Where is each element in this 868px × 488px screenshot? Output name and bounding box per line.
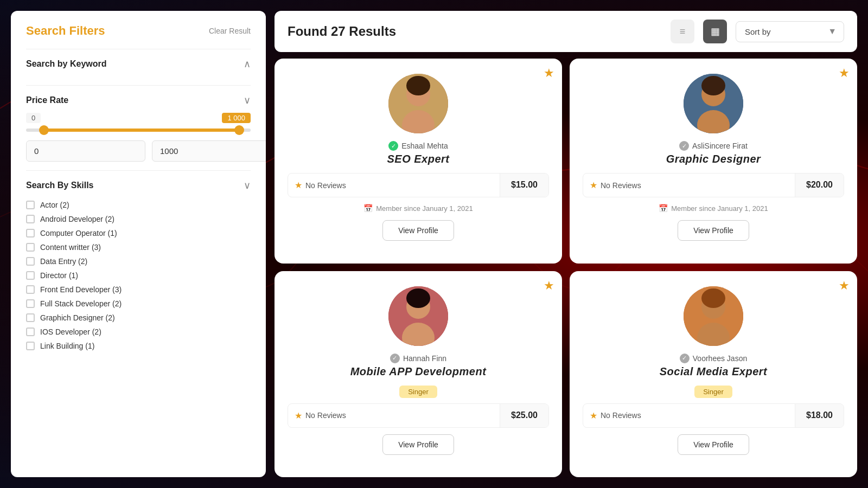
price-labels: 0 1 000 [26,113,251,123]
reviews-star-icon: ★ [590,410,597,421]
view-profile-button[interactable]: View Profile [382,434,454,455]
skill-item: IOS Developer (2) [26,325,251,339]
skill-checkbox[interactable] [26,201,35,209]
calendar-icon: 📅 [659,204,668,213]
card-profession-title: Social Media Expert [660,365,767,378]
verified-icon: ✓ [388,141,398,151]
svg-point-3 [406,76,430,95]
skill-item: Full Stack Developer (2) [26,297,251,311]
skill-checkbox[interactable] [26,285,35,294]
card-freelancer-name: Hannah Finn [403,354,446,363]
price-max-label: 1 000 [222,113,251,123]
sidebar-title: Search Filters [26,24,105,38]
card-favorite-star[interactable]: ★ [544,66,554,80]
view-profile-button[interactable]: View Profile [382,220,454,241]
card-verified-name: ✓ Eshaal Mehta [388,141,448,151]
price-range-thumb-right[interactable] [234,125,244,135]
stat-price: $15.00 [500,174,548,197]
skills-list: Actor (2) Android Developer (2) Computer… [26,198,251,353]
skill-item: Content writter (3) [26,240,251,254]
keyword-label: Search by Keyword [26,59,107,69]
card-verified-name: ✓ AsliSincere Firat [679,141,748,151]
skills-section-header[interactable]: Search By Skills ∨ [26,179,251,191]
skill-item: Link Building (1) [26,339,251,353]
skill-checkbox[interactable] [26,215,35,223]
skill-checkbox[interactable] [26,229,35,237]
freelancer-card: ★ ✓ AsliSincere Firat Graphic Designer ★… [570,59,857,264]
results-count: Found 27 Results [288,24,662,39]
skills-section: Search By Skills ∨ Actor (2) Android Dev… [26,170,251,362]
card-freelancer-name: AsliSincere Firat [692,142,748,150]
price-label: Price Rate [26,95,68,105]
price-max-input[interactable] [152,140,266,162]
skill-item: Graphich Designer (2) [26,311,251,325]
stat-reviews: ★ No Reviews [288,174,500,197]
card-stats: ★ No Reviews $20.00 [583,173,844,197]
skill-name: Director (1) [40,271,78,280]
skills-chevron-down: ∨ [244,179,251,191]
card-freelancer-name: Eshaal Mehta [401,142,448,150]
skill-name: Actor (2) [40,201,69,209]
skill-name: Link Building (1) [40,342,94,350]
cards-grid: ★ ✓ Eshaal Mehta SEO Expert ★ No Reviews… [275,59,857,477]
skill-name: Android Developer (2) [40,215,114,223]
skills-label: Search By Skills [26,181,94,190]
card-stats: ★ No Reviews $18.00 [583,403,844,428]
price-section-header[interactable]: Price Rate ∨ [26,94,251,106]
card-favorite-star[interactable]: ★ [839,66,850,80]
reviews-label: No Reviews [305,411,346,420]
card-avatar [388,74,448,133]
skill-name: Full Stack Developer (2) [40,299,122,308]
reviews-star-icon: ★ [295,180,302,190]
skill-checkbox[interactable] [26,328,35,336]
svg-point-7 [701,76,725,95]
skill-name: Computer Operator (1) [40,229,117,237]
reviews-star-icon: ★ [590,180,597,190]
card-freelancer-name: Voorhees Jason [693,354,747,363]
card-favorite-star[interactable]: ★ [839,279,850,293]
svg-point-11 [406,288,430,308]
price-range-fill [44,129,239,132]
reviews-label: No Reviews [601,181,641,190]
card-favorite-star[interactable]: ★ [544,279,554,293]
freelancer-card: ★ ✓ Voorhees Jason Social Media Expert S… [570,271,857,478]
card-member-since: 📅 Member since January 1, 2021 [659,204,768,213]
page-layout: Search Filters Clear Result Search by Ke… [0,0,868,488]
reviews-label: No Reviews [601,411,641,420]
card-verified-name: ✓ Voorhees Jason [680,354,747,363]
skill-checkbox[interactable] [26,243,35,252]
price-min-input[interactable] [26,140,145,162]
member-since-text: Member since January 1, 2021 [671,204,768,213]
skill-item: Computer Operator (1) [26,226,251,240]
view-profile-button[interactable]: View Profile [678,220,749,241]
skill-item: Android Developer (2) [26,212,251,226]
card-stats: ★ No Reviews $25.00 [288,403,549,428]
skill-checkbox[interactable] [26,257,35,266]
sidebar-header: Search Filters Clear Result [26,24,251,38]
list-view-button[interactable]: ≡ [671,20,694,43]
sidebar: Search Filters Clear Result Search by Ke… [11,11,266,477]
card-verified-name: ✓ Hannah Finn [390,354,446,363]
skill-checkbox[interactable] [26,299,35,308]
price-range-track [26,129,251,132]
clear-result-link[interactable]: Clear Result [209,27,251,35]
skill-name: IOS Developer (2) [40,328,101,336]
keyword-section: Search by Keyword ∧ [26,49,251,85]
stat-reviews: ★ No Reviews [288,404,500,427]
grid-view-button[interactable]: ▦ [703,20,727,43]
skill-checkbox[interactable] [26,342,35,350]
svg-point-15 [701,288,725,308]
sort-select[interactable]: Sort by Price: Low to High Price: High t… [736,21,844,42]
keyword-section-header[interactable]: Search by Keyword ∧ [26,58,251,70]
skill-item: Actor (2) [26,198,251,212]
price-min-label: 0 [26,113,41,123]
freelancer-card: ★ ✓ Hannah Finn Mobile APP Development S… [275,271,562,478]
stat-price: $20.00 [795,174,844,197]
skill-checkbox[interactable] [26,271,35,280]
freelancer-card: ★ ✓ Eshaal Mehta SEO Expert ★ No Reviews… [275,59,562,264]
skill-item: Director (1) [26,268,251,282]
skill-checkbox[interactable] [26,313,35,322]
view-profile-button[interactable]: View Profile [678,434,749,455]
price-range-thumb-left[interactable] [39,125,49,135]
card-avatar [388,286,448,346]
